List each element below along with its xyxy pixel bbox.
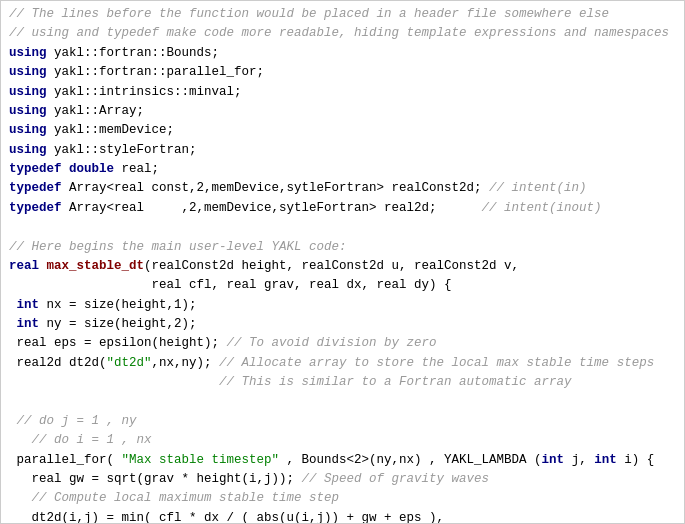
code-line-1: // The lines before the function would b…	[9, 5, 676, 24]
code-line-7: using yakl::memDevice;	[9, 121, 676, 140]
code-content: // The lines before the function would b…	[9, 5, 676, 524]
code-editor: // The lines before the function would b…	[0, 0, 685, 524]
code-line-26: // Compute local maximum stable time ste…	[9, 489, 676, 508]
code-line-24: parallel_for( "Max stable timestep" , Bo…	[9, 451, 676, 470]
code-line-6: using yakl::Array;	[9, 102, 676, 121]
code-line-14: real max_stable_dt(realConst2d height, r…	[9, 257, 676, 276]
code-line-25: real gw = sqrt(grav * height(i,j)); // S…	[9, 470, 676, 489]
code-line-19: real2d dt2d("dt2d",nx,ny); // Allocate a…	[9, 354, 676, 373]
code-line-17: int ny = size(height,2);	[9, 315, 676, 334]
code-line-3: using yakl::fortran::Bounds;	[9, 44, 676, 63]
code-line-22: // do j = 1 , ny	[9, 412, 676, 431]
code-line-2: // using and typedef make code more read…	[9, 24, 676, 43]
code-line-15: real cfl, real grav, real dx, real dy) {	[9, 276, 676, 295]
code-line-11: typedef Array<real ,2,memDevice,sytleFor…	[9, 199, 676, 218]
code-line-27: dt2d(i,j) = min( cfl * dx / ( abs(u(i,j)…	[9, 509, 676, 524]
code-line-9: typedef double real;	[9, 160, 676, 179]
code-line-4: using yakl::fortran::parallel_for;	[9, 63, 676, 82]
code-line-5: using yakl::intrinsics::minval;	[9, 83, 676, 102]
code-line-21	[9, 393, 676, 412]
code-line-10: typedef Array<real const,2,memDevice,syt…	[9, 179, 676, 198]
code-line-20: // This is similar to a Fortran automati…	[9, 373, 676, 392]
code-line-8: using yakl::styleFortran;	[9, 141, 676, 160]
code-line-23: // do i = 1 , nx	[9, 431, 676, 450]
code-line-12	[9, 218, 676, 237]
code-line-13: // Here begins the main user-level YAKL …	[9, 238, 676, 257]
code-line-18: real eps = epsilon(height); // To avoid …	[9, 334, 676, 353]
code-line-16: int nx = size(height,1);	[9, 296, 676, 315]
